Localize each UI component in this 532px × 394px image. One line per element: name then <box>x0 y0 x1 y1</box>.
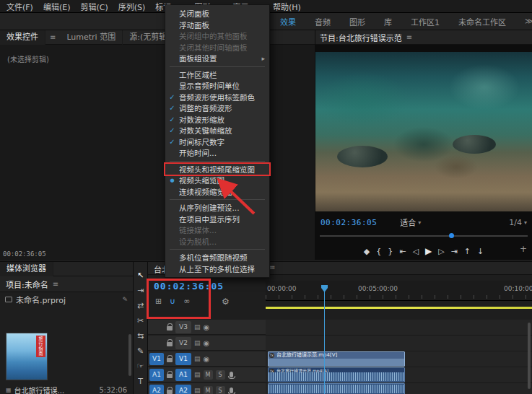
menu-sequence[interactable]: 序列(S) <box>113 1 151 12</box>
project-file-row[interactable]: 未命名.prproj ✎ <box>0 292 133 307</box>
timeline-display-settings-icon[interactable]: ⚙ <box>222 297 230 307</box>
menu-item-start-time[interactable]: 开始时间... <box>165 147 269 159</box>
type-tool[interactable]: T <box>138 377 143 386</box>
panel-menu-icon[interactable]: ≡ <box>269 263 275 271</box>
solo-button[interactable]: S <box>216 370 225 380</box>
zoom-level-dropdown[interactable]: 适合 <box>400 216 416 228</box>
menu-item-audio-waveform-label-colors[interactable]: ✓ 音频波形使用标签颜色 <box>165 92 269 103</box>
voiceover-record-icon[interactable] <box>230 372 233 377</box>
menu-item-close-other-panels-in-group[interactable]: 关闭组中的其他面板 <box>165 30 269 42</box>
lift-button[interactable]: ↑ <box>464 247 471 256</box>
tab-project[interactable]: 项目:未命名 <box>0 279 48 290</box>
menu-item-undock-panel[interactable]: 浮动面板 <box>165 19 269 31</box>
menu-item-rectified-audio-waveforms[interactable]: ✓ 调整的音频波形 <box>165 102 269 114</box>
track-lock-icon[interactable] <box>167 374 173 378</box>
tab-media-browser[interactable]: 媒体浏览器 <box>0 262 53 276</box>
sync-lock-icon[interactable]: ▤ <box>194 323 201 330</box>
menu-item-multicam-audio-follows-video[interactable]: 多机位音频跟随视频 <box>165 252 269 263</box>
menu-clip[interactable]: 剪辑(C) <box>75 1 113 12</box>
timeline-lanes[interactable]: fx 台北旅行错误示范.mp4[V] fx 台北旅行错误示范.mp4[A] <box>266 320 532 394</box>
tab-lumetri-scopes[interactable]: Lumetri 范围 <box>60 30 123 45</box>
workspace-tab-workspace1[interactable]: 工作区1 <box>411 16 440 27</box>
workspace-tab-libraries[interactable]: 库 <box>384 16 392 27</box>
sync-lock-icon[interactable]: ▤ <box>194 355 201 362</box>
menu-item-make-offline[interactable]: 设为脱机... <box>165 236 269 248</box>
track-lock-icon[interactable] <box>167 358 173 362</box>
step-back-button[interactable]: ◁ <box>412 247 418 256</box>
project-scrollbar[interactable] <box>128 334 131 376</box>
track-target-button[interactable]: V3 <box>175 321 191 333</box>
go-to-in-button[interactable]: ⇤ <box>399 247 406 256</box>
panel-menu-icon[interactable]: ≡ <box>406 33 412 41</box>
track-visibility-icon[interactable]: ◉ <box>204 323 210 331</box>
menu-item-link-media[interactable]: 链接媒体... <box>165 224 269 236</box>
menu-item-panel-group-settings[interactable]: 面板组设置 ▸ <box>165 53 269 64</box>
workspace-tab-graphics[interactable]: 图形 <box>349 16 365 27</box>
track-target-button[interactable]: V2 <box>175 337 191 349</box>
menu-item-logarithmic-keyframe-scaling[interactable]: ✓ 对数关键帧缩放 <box>165 125 269 136</box>
extract-button[interactable]: ↓ <box>477 247 484 256</box>
menu-help[interactable]: 帮助(H) <box>268 1 306 12</box>
sync-lock-icon[interactable]: ▤ <box>194 371 201 378</box>
step-forward-button[interactable]: ▷ <box>438 247 444 256</box>
source-patch[interactable] <box>149 337 164 349</box>
timeline-ruler[interactable]: 00:00:00 00:05:00:00 00:10:00:00 <box>266 281 532 301</box>
menu-item-time-ruler-numbers[interactable]: ✓ 时间标尺数字 <box>165 136 269 148</box>
clip-thumbnail[interactable]: 旅行指南 <box>6 333 48 380</box>
source-patch[interactable] <box>149 321 164 333</box>
tab-effect-controls[interactable]: 效果控件 <box>0 30 45 45</box>
track-lock-icon[interactable] <box>167 342 173 346</box>
menu-item-show-audio-time-units[interactable]: 显示音频时间单位 <box>165 80 269 92</box>
workspace-overflow-icon[interactable]: ≫ <box>525 17 532 26</box>
track-select-forward-tool[interactable]: ⇥ <box>137 286 144 295</box>
source-patch[interactable]: V1 <box>149 353 164 365</box>
menu-item-logarithmic-waveform-scaling[interactable]: ✓ 对数波形缩放 <box>165 114 269 126</box>
video-clip[interactable]: fx 台北旅行错误示范.mp4[V] <box>268 351 405 367</box>
track-target-button[interactable]: A2 <box>175 385 191 394</box>
seek-playhead[interactable] <box>449 233 454 238</box>
selection-tool[interactable]: ↖ <box>137 271 144 280</box>
workspace-tab-audio[interactable]: 音频 <box>315 16 331 27</box>
solo-button[interactable]: S <box>216 386 225 394</box>
razor-tool[interactable]: ✂ <box>137 316 144 325</box>
program-timecode[interactable]: 00:02:36:05 <box>320 218 377 227</box>
menu-item-work-area-bar[interactable]: 工作区域栏 <box>165 69 269 81</box>
track-target-button[interactable]: A1 <box>175 369 191 381</box>
track-visibility-icon[interactable]: ◉ <box>204 355 210 363</box>
mute-button[interactable]: M <box>204 370 213 380</box>
playback-resolution-dropdown[interactable]: 1/4 <box>509 218 522 227</box>
hand-tool[interactable]: ☞ <box>137 362 144 371</box>
timeline-scrollbar[interactable] <box>528 323 531 389</box>
pen-tool[interactable]: ✎ <box>137 346 144 356</box>
sync-lock-icon[interactable]: ▤ <box>194 387 201 394</box>
menu-item-multicam-selection-top-down[interactable]: 从上至下的多机位选择 <box>165 263 269 275</box>
sync-lock-icon[interactable]: ▤ <box>194 339 201 346</box>
timeline-playhead[interactable] <box>324 291 325 394</box>
source-patch[interactable]: A2 <box>149 385 164 394</box>
audio-clip[interactable]: fx 台北旅行错误示范.mp4[A] <box>268 367 405 382</box>
button-editor-icon[interactable]: + <box>520 244 527 254</box>
track-lock-icon[interactable] <box>167 326 173 330</box>
slip-tool[interactable]: ⇆ <box>137 331 144 341</box>
mark-out-button[interactable]: } <box>388 247 393 256</box>
menu-item-close-other-timeline-panels[interactable]: 关闭其他时间轴面板 <box>165 42 269 53</box>
menu-edit[interactable]: 编辑(E) <box>38 1 76 12</box>
track-target-button[interactable]: V1 <box>175 353 191 365</box>
mark-in-button[interactable]: { <box>376 247 381 256</box>
play-button[interactable]: ▶ <box>425 246 432 256</box>
source-patch[interactable]: A1 <box>149 369 164 381</box>
program-seek-bar[interactable] <box>320 233 528 239</box>
add-marker-button[interactable]: ◆ <box>364 247 370 256</box>
go-to-out-button[interactable]: ⇥ <box>451 247 458 256</box>
audio-clip-channel2[interactable] <box>268 383 405 394</box>
ripple-edit-tool[interactable]: ⇄ <box>137 301 144 310</box>
workspace-tab-unnamed[interactable]: 未命名工作区 <box>458 16 506 27</box>
track-lock-icon[interactable] <box>167 390 173 394</box>
mute-button[interactable]: M <box>204 386 213 394</box>
menu-item-close-panel[interactable]: 关闭面板 <box>165 8 269 19</box>
work-area-bar[interactable] <box>266 307 532 309</box>
menu-file[interactable]: 文件(F) <box>1 1 38 12</box>
track-visibility-icon[interactable]: ◉ <box>204 339 210 347</box>
menu-item-video-head-and-tail-thumbnails[interactable]: 视频头和视频尾缩览图 <box>165 164 269 175</box>
panel-menu-icon[interactable]: ≡ <box>50 33 56 41</box>
